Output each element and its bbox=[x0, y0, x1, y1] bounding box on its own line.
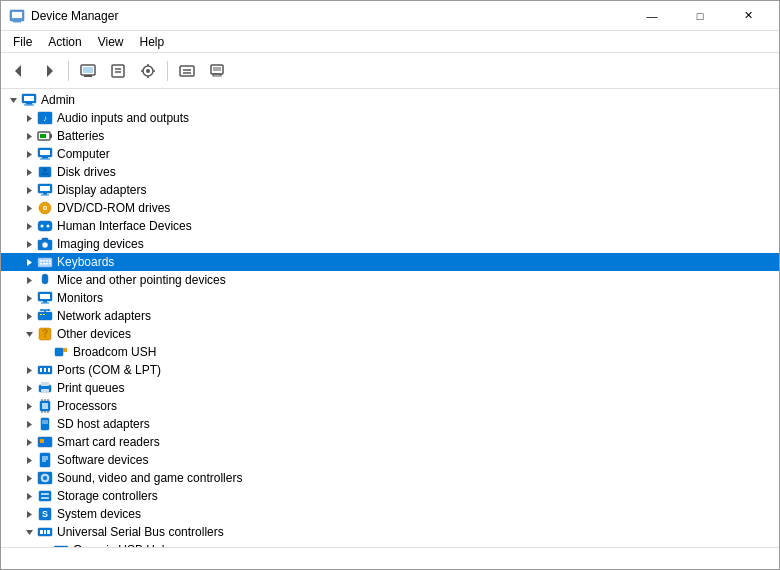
tree-label-storage: Storage controllers bbox=[57, 489, 158, 503]
tree-item-broadcom[interactable]: Broadcom USH bbox=[1, 343, 779, 361]
expander-storage[interactable] bbox=[21, 488, 37, 504]
tree-item-display[interactable]: Display adapters bbox=[1, 181, 779, 199]
toolbar-sep-2 bbox=[167, 61, 168, 81]
svg-rect-61 bbox=[42, 238, 48, 241]
svg-marker-79 bbox=[27, 313, 32, 320]
expander-network[interactable] bbox=[21, 308, 37, 324]
svg-rect-67 bbox=[49, 260, 51, 262]
expander-ports[interactable] bbox=[21, 362, 37, 378]
tree-label-network: Network adapters bbox=[57, 309, 151, 323]
menu-help[interactable]: Help bbox=[132, 33, 173, 51]
device-icon-smartcard bbox=[37, 434, 53, 450]
expander-sound[interactable] bbox=[21, 470, 37, 486]
svg-rect-39 bbox=[42, 157, 48, 159]
tree-item-imaging[interactable]: Imaging devices bbox=[1, 235, 779, 253]
properties-button[interactable] bbox=[104, 57, 132, 85]
expander-admin[interactable] bbox=[5, 92, 21, 108]
tree-item-processors[interactable]: Processors bbox=[1, 397, 779, 415]
tree-label-hid: Human Interface Devices bbox=[57, 219, 192, 233]
expander-hid[interactable] bbox=[21, 218, 37, 234]
expander-smartcard[interactable] bbox=[21, 434, 37, 450]
minimize-button[interactable]: ― bbox=[629, 2, 675, 30]
tree-item-sdhost[interactable]: SD host adapters bbox=[1, 415, 779, 433]
forward-button[interactable] bbox=[35, 57, 63, 85]
tree-item-system[interactable]: SSystem devices bbox=[1, 505, 779, 523]
tree-item-usbhub[interactable]: Generic USB Hub bbox=[1, 541, 779, 547]
device-icon-computer bbox=[37, 146, 53, 162]
status-bar bbox=[1, 547, 779, 569]
menu-action[interactable]: Action bbox=[40, 33, 89, 51]
tree-item-computer[interactable]: Computer bbox=[1, 145, 779, 163]
svg-marker-115 bbox=[27, 439, 32, 446]
expander-keyboards[interactable] bbox=[21, 254, 37, 270]
expander-batteries[interactable] bbox=[21, 128, 37, 144]
menu-view[interactable]: View bbox=[90, 33, 132, 51]
svg-rect-77 bbox=[43, 301, 47, 303]
svg-point-126 bbox=[43, 476, 47, 480]
svg-rect-138 bbox=[47, 530, 50, 534]
maximize-button[interactable]: □ bbox=[677, 2, 723, 30]
svg-marker-92 bbox=[27, 367, 32, 374]
tree-label-mice: Mice and other pointing devices bbox=[57, 273, 226, 287]
svg-marker-41 bbox=[27, 169, 32, 176]
tree-item-software[interactable]: Software devices bbox=[1, 451, 779, 469]
tree-label-admin: Admin bbox=[41, 93, 75, 107]
svg-rect-96 bbox=[48, 368, 50, 372]
menu-file[interactable]: File bbox=[5, 33, 40, 51]
expander-mice[interactable] bbox=[21, 272, 37, 288]
svg-marker-4 bbox=[47, 65, 53, 77]
svg-rect-47 bbox=[40, 186, 50, 191]
svg-rect-28 bbox=[24, 105, 34, 106]
expander-sdhost[interactable] bbox=[21, 416, 37, 432]
show-hidden-button[interactable] bbox=[74, 57, 102, 85]
device-icon-sound bbox=[37, 470, 53, 486]
tree-item-audio[interactable]: ♪Audio inputs and outputs bbox=[1, 109, 779, 127]
close-button[interactable]: ✕ bbox=[725, 2, 771, 30]
expander-computer[interactable] bbox=[21, 146, 37, 162]
expander-display[interactable] bbox=[21, 182, 37, 198]
tree-label-system: System devices bbox=[57, 507, 141, 521]
tree-item-hid[interactable]: Human Interface Devices bbox=[1, 217, 779, 235]
tree-item-smartcard[interactable]: Smart card readers bbox=[1, 433, 779, 451]
svg-rect-64 bbox=[40, 260, 42, 262]
svg-rect-35 bbox=[40, 134, 46, 138]
expander-printqueues[interactable] bbox=[21, 380, 37, 396]
tree-label-ports: Ports (COM & LPT) bbox=[57, 363, 161, 377]
expander-processors[interactable] bbox=[21, 398, 37, 414]
svg-marker-50 bbox=[27, 205, 32, 212]
svg-marker-24 bbox=[10, 98, 17, 103]
tree-item-dvd[interactable]: DVD/CD-ROM drives bbox=[1, 199, 779, 217]
tree-label-imaging: Imaging devices bbox=[57, 237, 144, 251]
expander-monitors[interactable] bbox=[21, 290, 37, 306]
svg-rect-38 bbox=[40, 150, 50, 155]
svg-rect-82 bbox=[43, 314, 45, 315]
expander-system[interactable] bbox=[21, 506, 37, 522]
tree-label-broadcom: Broadcom USH bbox=[73, 345, 156, 359]
tree-item-ports[interactable]: Ports (COM & LPT) bbox=[1, 361, 779, 379]
tree-item-printqueues[interactable]: Print queues bbox=[1, 379, 779, 397]
tree-item-sound[interactable]: Sound, video and game controllers bbox=[1, 469, 779, 487]
uninstall-button[interactable] bbox=[203, 57, 231, 85]
tree-item-keyboards[interactable]: Keyboards bbox=[1, 253, 779, 271]
svg-marker-110 bbox=[27, 421, 32, 428]
tree-item-usb[interactable]: Universal Serial Bus controllers bbox=[1, 523, 779, 541]
tree-item-network[interactable]: Network adapters bbox=[1, 307, 779, 325]
back-button[interactable] bbox=[5, 57, 33, 85]
tree-item-batteries[interactable]: Batteries bbox=[1, 127, 779, 145]
update-driver-button[interactable] bbox=[173, 57, 201, 85]
expander-diskdrives[interactable] bbox=[21, 164, 37, 180]
expander-other[interactable] bbox=[21, 326, 37, 342]
tree-item-mice[interactable]: Mice and other pointing devices bbox=[1, 271, 779, 289]
tree-item-monitors[interactable]: Monitors bbox=[1, 289, 779, 307]
expander-audio[interactable] bbox=[21, 110, 37, 126]
expander-imaging[interactable] bbox=[21, 236, 37, 252]
expander-dvd[interactable] bbox=[21, 200, 37, 216]
tree-item-storage[interactable]: Storage controllers bbox=[1, 487, 779, 505]
expander-software[interactable] bbox=[21, 452, 37, 468]
expander-usb[interactable] bbox=[21, 524, 37, 540]
tree-item-other[interactable]: ?Other devices bbox=[1, 325, 779, 343]
tree-item-diskdrives[interactable]: Disk drives bbox=[1, 163, 779, 181]
scan-hardware-button[interactable] bbox=[134, 57, 162, 85]
tree-item-admin[interactable]: Admin bbox=[1, 91, 779, 109]
device-tree: Admin♪Audio inputs and outputsBatteriesC… bbox=[1, 89, 779, 547]
